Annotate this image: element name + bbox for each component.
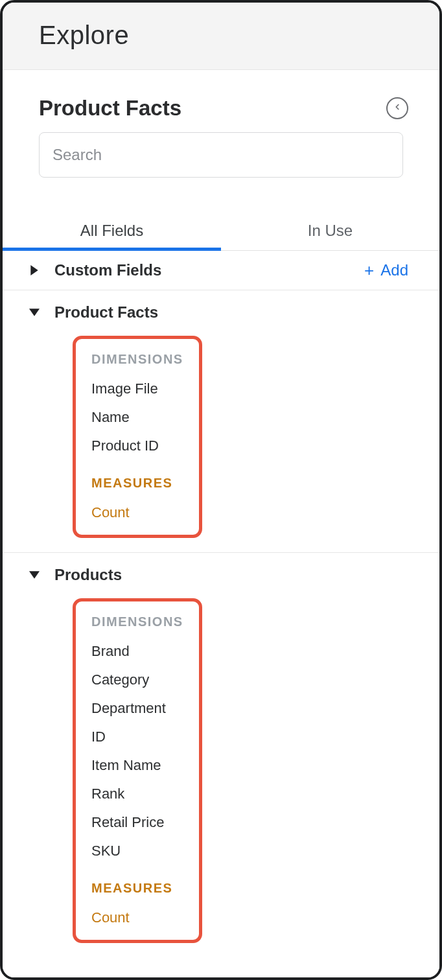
search-input[interactable]: [39, 132, 403, 178]
field-group-product-facts: Product Facts DIMENSIONS Image File Name…: [3, 290, 439, 553]
panel-header: Explore: [3, 3, 439, 70]
dimension-field[interactable]: Item Name: [91, 751, 199, 780]
explore-name: Product Facts: [39, 96, 181, 121]
dimension-field[interactable]: Product ID: [91, 432, 199, 460]
group-header[interactable]: Products: [3, 553, 439, 593]
tab-in-use[interactable]: In Use: [221, 214, 439, 250]
measures-heading: MEASURES: [91, 881, 199, 896]
dimension-field[interactable]: Brand: [91, 637, 199, 666]
caret-down-icon[interactable]: [29, 309, 40, 316]
caret-down-icon[interactable]: [29, 571, 40, 579]
explore-panel: Explore Product Facts All Fields In Use …: [0, 0, 442, 980]
dimension-field[interactable]: Department: [91, 694, 199, 723]
add-label: Add: [380, 261, 408, 279]
field-group-products: Products DIMENSIONS Brand Category Depar…: [3, 553, 439, 957]
chevron-left-icon: [393, 102, 402, 114]
dimension-field[interactable]: Retail Price: [91, 808, 199, 837]
dimension-field[interactable]: Rank: [91, 780, 199, 808]
dimensions-heading: DIMENSIONS: [91, 352, 199, 367]
measure-field[interactable]: Count: [91, 498, 199, 527]
caret-right-icon[interactable]: [29, 265, 40, 275]
custom-fields-label: Custom Fields: [54, 261, 364, 279]
collapse-button[interactable]: [386, 97, 408, 119]
field-list: Custom Fields + Add Product Facts DIMENS…: [3, 251, 439, 977]
dimension-field[interactable]: SKU: [91, 837, 199, 865]
dimension-field[interactable]: Name: [91, 403, 199, 432]
dimension-field[interactable]: ID: [91, 723, 199, 751]
measures-heading: MEASURES: [91, 476, 199, 491]
group-header[interactable]: Product Facts: [3, 290, 439, 331]
measure-field[interactable]: Count: [91, 904, 199, 932]
fields-box-highlight: DIMENSIONS Image File Name Product ID ME…: [73, 336, 202, 538]
fields-box-highlight: DIMENSIONS Brand Category Department ID …: [73, 598, 202, 943]
group-title: Products: [54, 566, 122, 584]
plus-icon: +: [364, 262, 374, 279]
group-title: Product Facts: [54, 303, 158, 321]
panel-title: Explore: [39, 21, 413, 50]
explore-header: Product Facts: [3, 70, 439, 132]
dimensions-heading: DIMENSIONS: [91, 614, 199, 629]
panel-content: Product Facts All Fields In Use Custom F…: [3, 70, 439, 977]
add-custom-field-button[interactable]: + Add: [364, 261, 408, 279]
search-wrap: [3, 132, 439, 181]
custom-fields-row[interactable]: Custom Fields + Add: [3, 251, 439, 290]
dimension-field[interactable]: Category: [91, 666, 199, 694]
dimension-field[interactable]: Image File: [91, 375, 199, 403]
field-tabs: All Fields In Use: [3, 214, 439, 251]
tab-all-fields[interactable]: All Fields: [3, 214, 221, 250]
